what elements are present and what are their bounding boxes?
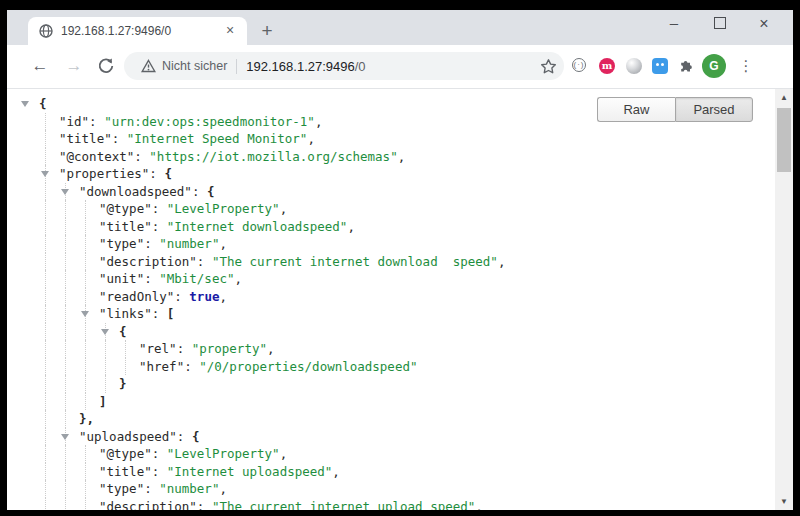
collapse-triangle-icon[interactable] [61, 434, 69, 440]
json-line-text: "description": "The current internet upl… [7, 498, 483, 511]
json-line-text: "type": "number", [7, 235, 227, 253]
indent-guide [105, 358, 106, 376]
tab-title: 192.168.1.27:9496/0 [61, 24, 211, 38]
indent-guide [85, 393, 86, 411]
collapse-triangle-icon[interactable] [101, 329, 109, 335]
indent-guide [45, 305, 46, 323]
collapse-triangle-icon[interactable] [41, 171, 49, 177]
url-host: 192.168.1.27:9496 [246, 59, 354, 74]
json-line-text: "title": "Internet Speed Monitor", [7, 130, 315, 148]
indent-guide [65, 393, 66, 411]
json-line-text: "description": "The current internet dow… [7, 253, 505, 271]
parsed-button[interactable]: Parsed [675, 97, 753, 122]
collapse-triangle-icon[interactable] [21, 101, 29, 107]
json-line: "links": [ [7, 305, 775, 323]
indent-guide [65, 270, 66, 288]
reload-icon[interactable] [97, 57, 115, 75]
indent-guide [105, 375, 106, 393]
indent-guide [105, 340, 106, 358]
json-line: "title": "Internet Speed Monitor", [7, 130, 775, 148]
indent-guide [45, 428, 46, 446]
indent-guide [65, 358, 66, 376]
indent-guide [65, 200, 66, 218]
extension-robot-icon[interactable] [652, 58, 668, 74]
url-path: /0 [355, 59, 366, 74]
extension-ring-icon[interactable]: (·) [572, 58, 586, 72]
indent-guide [85, 200, 86, 218]
indent-guide [85, 375, 86, 393]
json-line: "href": "/0/properties/downloadspeed" [7, 358, 775, 376]
indent-guide [45, 183, 46, 201]
indent-guide [85, 340, 86, 358]
omnibox[interactable]: Nicht sicher 192.168.1.27:9496/0 [124, 52, 564, 80]
indent-guide [45, 218, 46, 236]
json-line: "uploadspeed": { [7, 428, 775, 446]
json-line: "type": "number", [7, 235, 775, 253]
profile-avatar[interactable]: G [702, 54, 726, 78]
json-line-text: "@type": "LevelProperty", [7, 200, 287, 218]
indent-guide [85, 218, 86, 236]
tab-close-icon[interactable]: × [221, 21, 239, 39]
indent-guide [45, 253, 46, 271]
json-line-text: "links": [ [7, 305, 174, 323]
indent-guide [45, 358, 46, 376]
json-line: }, [7, 410, 775, 428]
not-secure-warning-icon [141, 59, 156, 73]
extension-m-icon[interactable]: m [599, 58, 615, 74]
json-line-text: "unit": "Mbit/sec", [7, 270, 242, 288]
raw-button[interactable]: Raw [597, 97, 675, 122]
indent-guide [45, 235, 46, 253]
json-line-text: "readOnly": true, [7, 288, 227, 306]
scroll-down-icon[interactable]: ▼ [775, 493, 793, 510]
forward-button[interactable]: → [61, 53, 87, 79]
indent-guide [45, 270, 46, 288]
minimize-button[interactable]: – [662, 14, 686, 34]
back-button[interactable]: ← [27, 53, 53, 79]
indent-guide [65, 305, 66, 323]
indent-guide [45, 288, 46, 306]
bookmark-star-icon[interactable] [540, 58, 557, 75]
indent-guide [85, 445, 86, 463]
close-window-button[interactable]: × [753, 13, 775, 35]
extensions-puzzle-icon[interactable] [678, 58, 694, 74]
browser-tab[interactable]: 192.168.1.27:9496/0 × [28, 17, 247, 45]
json-line: "description": "The current internet upl… [7, 498, 775, 511]
scroll-up-icon[interactable]: ▲ [775, 89, 793, 106]
json-line-text: "downloadspeed": { [7, 183, 214, 201]
browser-menu-icon[interactable]: ⋮ [736, 54, 756, 78]
indent-guide [45, 410, 46, 428]
json-line: "downloadspeed": { [7, 183, 775, 201]
indent-guide [125, 358, 126, 376]
json-viewer-content: {"id": "urn:dev:ops:speedmonitor-1","tit… [7, 89, 775, 510]
indent-guide [85, 323, 86, 341]
json-line-text: "title": "Internet uploadspeed", [7, 463, 340, 481]
json-line-text: "@context": "https://iot.mozilla.org/sch… [7, 148, 405, 166]
url-text: 192.168.1.27:9496/0 [246, 59, 365, 74]
json-line-text: "@type": "LevelProperty", [7, 445, 287, 463]
maximize-button[interactable] [714, 17, 726, 29]
json-line: "title": "Internet downloadspeed", [7, 218, 775, 236]
omnibox-separator [236, 59, 237, 74]
scrollbar-thumb[interactable] [777, 108, 791, 172]
indent-guide [65, 235, 66, 253]
raw-parsed-toggle: Raw Parsed [597, 97, 753, 122]
json-line-text: } [7, 375, 127, 393]
indent-guide [45, 340, 46, 358]
json-line: "description": "The current internet dow… [7, 253, 775, 271]
json-line: "@type": "LevelProperty", [7, 445, 775, 463]
json-line-text: "rel": "property", [7, 340, 275, 358]
indent-guide [65, 463, 66, 481]
indent-guide [85, 235, 86, 253]
json-line: "unit": "Mbit/sec", [7, 270, 775, 288]
new-tab-button[interactable]: + [256, 19, 278, 43]
indent-guide [65, 340, 66, 358]
collapse-triangle-icon[interactable] [61, 189, 69, 195]
collapse-triangle-icon[interactable] [81, 311, 89, 317]
vertical-scrollbar[interactable]: ▲ ▼ [775, 89, 793, 510]
extension-sphere-icon[interactable] [626, 58, 642, 74]
json-line: "rel": "property", [7, 340, 775, 358]
browser-window: { "window": { "tab_title": "192.168.1.27… [0, 0, 800, 516]
indent-guide [45, 130, 46, 148]
globe-favicon-icon [39, 24, 53, 38]
indent-guide [45, 480, 46, 498]
